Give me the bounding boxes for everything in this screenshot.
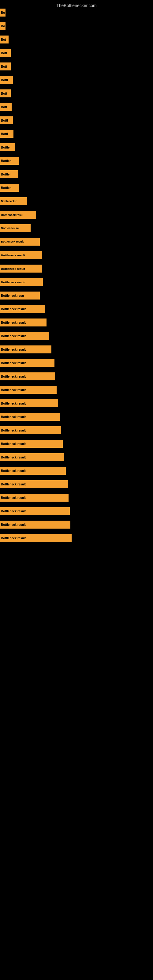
bar-row-3: Bott (0, 49, 153, 57)
bar-label-17: Bottleneck result (0, 240, 24, 244)
bar-row-13: Bottlen (0, 184, 153, 192)
bar-row-0: Bo (0, 9, 153, 16)
bars-container: BoBoBotBottBottBottlBottBottBottlBottlBo… (0, 9, 153, 547)
bar-label-5: Bottl (0, 78, 9, 83)
bar-row-26: Bottleneck result (0, 359, 153, 367)
bar-row-27: Bottleneck result (0, 372, 153, 380)
bar-label-38: Bottleneck result (0, 522, 27, 527)
bar-row-19: Bottleneck result (0, 265, 153, 272)
bar-row-36: Bottleneck result (0, 494, 153, 502)
bar-row-22: Bottleneck result (0, 305, 153, 313)
bar-label-30: Bottleneck result (0, 415, 27, 419)
bar-label-10: Bottle (0, 145, 10, 150)
bar-label-11: Bottlen (0, 159, 12, 163)
bar-row-23: Bottleneck result (0, 318, 153, 326)
bar-row-16: Bottleneck re (0, 224, 153, 232)
bar-row-11: Bottlen (0, 157, 153, 165)
bar-row-33: Bottleneck result (0, 453, 153, 461)
bar-label-32: Bottleneck result (0, 442, 27, 446)
bar-row-17: Bottleneck result (0, 238, 153, 246)
bar-label-1: Bo (0, 24, 5, 29)
bar-label-29: Bottleneck result (0, 401, 27, 406)
bar-label-36: Bottleneck result (0, 495, 27, 500)
bar-label-23: Bottleneck result (0, 320, 27, 325)
bar-row-24: Bottleneck result (0, 332, 153, 340)
bar-label-9: Bottl (0, 132, 9, 136)
bar-row-8: Bottl (0, 116, 153, 124)
bar-label-14: Bottleneck r (0, 199, 18, 204)
bar-row-34: Bottleneck result (0, 467, 153, 475)
bar-row-32: Bottleneck result (0, 440, 153, 448)
bar-row-5: Bottl (0, 76, 153, 84)
bar-row-31: Bottleneck result (0, 426, 153, 434)
bar-label-3: Bott (0, 51, 8, 56)
bar-label-8: Bottl (0, 118, 9, 123)
bar-label-35: Bottleneck result (0, 482, 27, 487)
bar-row-9: Bottl (0, 130, 153, 138)
bar-row-39: Bottleneck result (0, 534, 153, 542)
bar-label-13: Bottlen (0, 186, 12, 190)
bar-row-25: Bottleneck result (0, 345, 153, 353)
bar-label-12: Bottler (0, 172, 12, 177)
bar-label-4: Bott (0, 64, 8, 69)
bar-row-28: Bottleneck result (0, 386, 153, 394)
bar-row-35: Bottleneck result (0, 480, 153, 488)
bar-label-2: Bot (0, 37, 7, 42)
bar-label-26: Bottleneck result (0, 361, 27, 365)
bar-label-37: Bottleneck result (0, 509, 27, 514)
bar-row-38: Bottleneck result (0, 520, 153, 528)
bar-row-2: Bot (0, 35, 153, 43)
bar-label-27: Bottleneck result (0, 374, 27, 379)
site-title: TheBottlenecker.com (0, 1, 153, 9)
bar-label-31: Bottleneck result (0, 428, 27, 433)
bar-row-7: Bott (0, 103, 153, 111)
bar-row-15: Bottleneck resu (0, 211, 153, 219)
bar-label-22: Bottleneck result (0, 307, 27, 312)
bar-label-15: Bottleneck resu (0, 213, 24, 217)
bar-label-7: Bott (0, 105, 8, 109)
bar-label-20: Bottleneck result (0, 280, 26, 285)
bar-label-34: Bottleneck result (0, 469, 27, 473)
bar-row-6: Bott (0, 89, 153, 97)
bar-row-37: Bottleneck result (0, 507, 153, 515)
bar-row-1: Bo (0, 22, 153, 30)
bar-label-28: Bottleneck result (0, 388, 27, 392)
bar-row-12: Bottler (0, 170, 153, 178)
bar-row-21: Bottleneck resu (0, 291, 153, 299)
bar-row-29: Bottleneck result (0, 399, 153, 407)
bar-row-4: Bott (0, 62, 153, 70)
bar-label-25: Bottleneck result (0, 347, 27, 352)
bar-label-33: Bottleneck result (0, 455, 27, 460)
bar-label-39: Bottleneck result (0, 536, 27, 541)
bar-row-20: Bottleneck result (0, 278, 153, 286)
bar-label-6: Bott (0, 91, 8, 96)
bar-row-18: Bottleneck result (0, 251, 153, 259)
bar-label-16: Bottleneck re (0, 226, 19, 230)
bar-label-21: Bottleneck resu (0, 293, 25, 298)
bar-row-14: Bottleneck r (0, 197, 153, 205)
bar-row-30: Bottleneck result (0, 413, 153, 421)
bar-row-10: Bottle (0, 143, 153, 151)
bar-label-19: Bottleneck result (0, 266, 26, 271)
bar-label-0: Bo (0, 10, 5, 15)
bar-label-24: Bottleneck result (0, 334, 27, 339)
bar-label-18: Bottleneck result (0, 253, 26, 258)
